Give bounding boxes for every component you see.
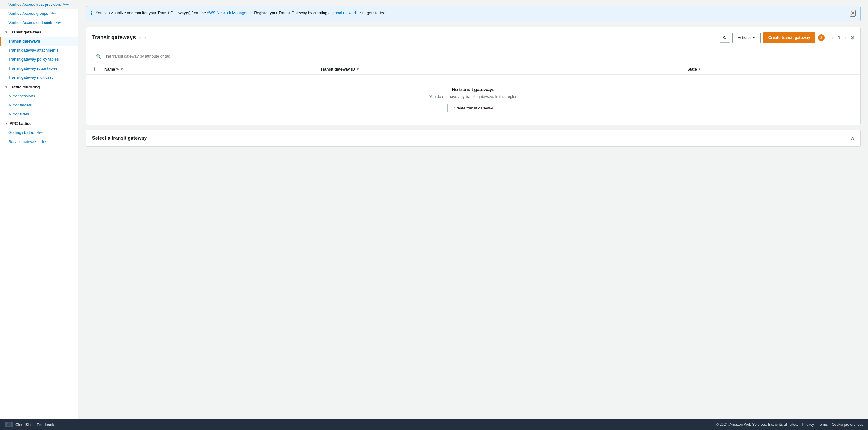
search-icon: 🔍: [96, 54, 101, 59]
sidebar-section-header-transit-gateways[interactable]: ▼ Transit gateways: [0, 27, 78, 37]
feedback-label[interactable]: Feedback: [37, 423, 54, 427]
new-badge: New: [41, 140, 47, 144]
transit-gateway-id-column-header: Transit gateway ID ▼: [316, 65, 682, 74]
new-badge: New: [63, 2, 69, 7]
sidebar-section-traffic-mirroring: ▼ Traffic Mirroring Mirror sessions Mirr…: [0, 82, 78, 119]
aws-network-manager-link[interactable]: AWS Network Manager ↗: [207, 10, 252, 15]
sidebar-item-verified-access-groups[interactable]: Verified Access groups New: [0, 9, 78, 18]
panel-header-actions: ↻ Actions ▼ Create transit gateway 2: [719, 32, 825, 43]
sidebar-item-transit-gateway-route-tables[interactable]: Transit gateway route tables: [0, 64, 78, 73]
sidebar-item-transit-gateway-policy-tables[interactable]: Transit gateway policy tables: [0, 55, 78, 64]
table-container: Name ✎ ▼ Transit gateway ID ▼: [86, 65, 861, 125]
empty-state-title: No transit gateways: [92, 87, 855, 92]
privacy-link[interactable]: Privacy: [802, 423, 814, 427]
copyright-text: © 2024, Amazon Web Services, Inc. or its…: [716, 423, 798, 427]
edit-icon[interactable]: ✎: [116, 67, 119, 71]
refresh-button[interactable]: ↻: [719, 33, 730, 42]
info-banner-close-button[interactable]: ✕: [850, 10, 856, 16]
sidebar-section-header-vpc-lattice[interactable]: ▼ VPC Lattice: [0, 119, 78, 128]
empty-state-description: You do not have any transit gateways in …: [92, 94, 855, 99]
info-banner: ℹ You can visualize and monitor your Tra…: [86, 6, 861, 21]
terms-link[interactable]: Terms: [818, 423, 828, 427]
new-badge: New: [56, 21, 62, 25]
step-badge-2: 2: [818, 34, 825, 41]
cloudshell-icon: ⬛: [5, 422, 13, 427]
main-content: ℹ You can visualize and monitor your Tra…: [79, 0, 868, 419]
chevron-down-icon: ▼: [5, 122, 8, 125]
sidebar-item-mirror-sessions[interactable]: Mirror sessions: [0, 92, 78, 101]
chevron-down-icon: ▼: [752, 35, 755, 40]
settings-icon[interactable]: ⚙: [850, 35, 855, 40]
panel-title: Transit gateways: [92, 34, 136, 41]
sidebar: Verified Access trust providers New Veri…: [0, 0, 79, 419]
next-page-button[interactable]: ›: [844, 34, 848, 41]
select-section-title: Select a transit gateway: [92, 135, 147, 141]
transit-gateways-table: Name ✎ ▼ Transit gateway ID ▼: [86, 65, 861, 125]
sidebar-section-vpc-lattice: ▼ VPC Lattice Getting started New Servic…: [0, 119, 78, 146]
pagination: ‹ 1 › ⚙: [831, 34, 855, 41]
sidebar-item-transit-gateways[interactable]: Transit gateways: [0, 37, 78, 46]
collapse-button[interactable]: ∧: [850, 135, 855, 141]
info-banner-text: You can visualize and monitor your Trans…: [96, 10, 386, 16]
cookie-preferences-link[interactable]: Cookie preferences: [832, 423, 863, 427]
prev-page-button[interactable]: ‹: [831, 34, 835, 41]
sidebar-item-verified-access-trust-providers[interactable]: Verified Access trust providers New: [0, 0, 78, 9]
create-transit-gateway-button[interactable]: Create transit gateway: [763, 32, 816, 43]
info-icon: ℹ: [91, 10, 93, 17]
checkbox-header: [86, 65, 100, 74]
sidebar-item-transit-gateway-multicast[interactable]: Transit gateway multicast: [0, 73, 78, 82]
transit-gateways-panel: Transit gateways info ↻ Actions ▼ Create…: [86, 27, 861, 125]
select-all-checkbox[interactable]: [91, 67, 95, 71]
sidebar-item-transit-gateway-attachments[interactable]: Transit gateway attachments: [0, 46, 78, 55]
bottom-bar-left: ⬛ CloudShell Feedback: [5, 422, 54, 427]
panel-info-link[interactable]: info: [140, 35, 146, 40]
create-transit-gateway-empty-button[interactable]: Create transit gateway: [447, 104, 499, 112]
chevron-down-icon: ▼: [5, 85, 8, 89]
state-column-header: State ▼: [682, 65, 861, 74]
sidebar-item-verified-access-endpoints[interactable]: Verified Access endpoints New: [0, 18, 78, 27]
cloudshell-label[interactable]: CloudShell: [16, 423, 34, 427]
filter-icon[interactable]: ▼: [356, 68, 359, 71]
filter-icon[interactable]: ▼: [698, 68, 701, 71]
actions-button[interactable]: Actions ▼: [733, 33, 761, 43]
sidebar-section-header-traffic-mirroring[interactable]: ▼ Traffic Mirroring: [0, 82, 78, 92]
empty-state: No transit gateways You do not have any …: [86, 75, 861, 125]
sidebar-item-mirror-filters[interactable]: Mirror filters: [0, 110, 78, 119]
bottom-bar-right: © 2024, Amazon Web Services, Inc. or its…: [716, 423, 863, 427]
search-input[interactable]: [103, 54, 850, 59]
search-bar: 🔍: [92, 52, 855, 61]
new-badge: New: [36, 131, 42, 135]
chevron-down-icon: ▼: [5, 30, 8, 34]
sidebar-item-service-networks[interactable]: Service networks New: [0, 137, 78, 146]
select-transit-gateway-section: Select a transit gateway ∧: [86, 130, 861, 146]
sidebar-section-transit-gateways: ▼ Transit gateways Transit gateways Tran…: [0, 27, 78, 82]
global-network-link[interactable]: global network ↗: [332, 10, 361, 15]
page-number: 1: [836, 35, 843, 40]
sidebar-item-mirror-targets[interactable]: Mirror targets: [0, 101, 78, 110]
new-badge: New: [51, 11, 56, 16]
name-column-header: Name ✎ ▼: [100, 65, 316, 74]
panel-header: Transit gateways info ↻ Actions ▼ Create…: [86, 27, 861, 48]
bottom-bar: ⬛ CloudShell Feedback © 2024, Amazon Web…: [0, 419, 868, 430]
sidebar-item-getting-started[interactable]: Getting started New: [0, 128, 78, 137]
filter-icon[interactable]: ▼: [120, 68, 123, 71]
sidebar-above-items: Verified Access trust providers New Veri…: [0, 0, 78, 27]
